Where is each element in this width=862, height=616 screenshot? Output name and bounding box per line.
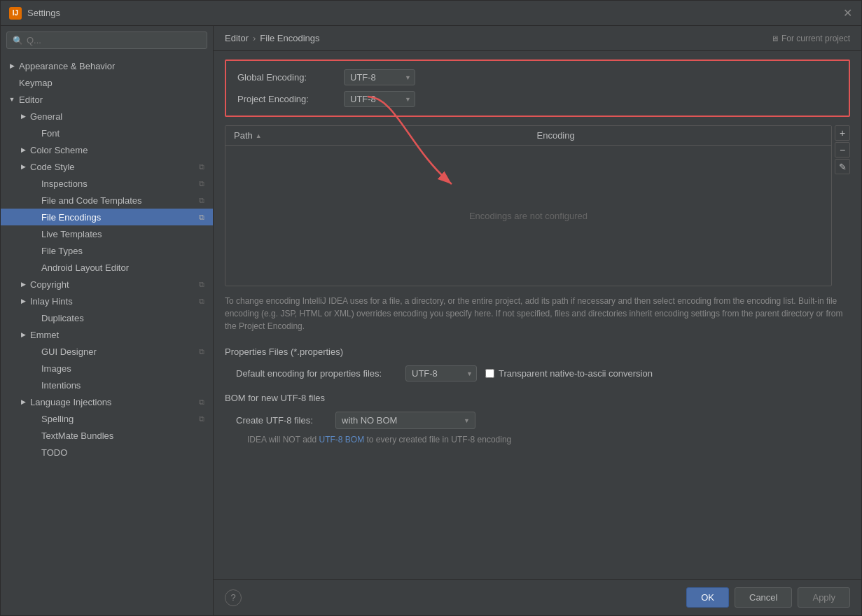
collapse-arrow — [18, 111, 29, 122]
project-encoding-select-wrapper: UTF-8 UTF-16 ISO-8859-1 — [344, 91, 415, 107]
sidebar-item-textmate[interactable]: TextMate Bundles — [1, 427, 213, 444]
properties-encoding-row: Default encoding for properties files: U… — [225, 363, 850, 384]
sidebar-item-label: Live Templates — [41, 229, 102, 239]
bom-select-wrapper: with NO BOM with BOM with BOM (Windows) — [335, 412, 475, 429]
search-icon: 🔍 — [13, 36, 23, 46]
sidebar-item-code-style[interactable]: Code Style ⧉ — [1, 158, 213, 175]
bottom-bar: ? OK Cancel Apply — [214, 579, 861, 615]
sidebar: 🔍 Appearance & Behavior Keymap Editor — [1, 26, 214, 615]
copy-icon: ⧉ — [199, 280, 204, 289]
transparent-checkbox-label[interactable]: Transparent native-to-ascii conversion — [485, 368, 653, 379]
sidebar-item-live-templates[interactable]: Live Templates — [1, 225, 213, 242]
sidebar-item-duplicates[interactable]: Duplicates — [1, 309, 213, 326]
bom-section: BOM for new UTF-8 files Create UTF-8 fil… — [214, 387, 861, 453]
global-encoding-row: Global Encoding: UTF-8 UTF-16 ISO-8859-1 — [237, 69, 837, 85]
path-column-header[interactable]: Path ▲ — [225, 126, 529, 145]
breadcrumb-separator: › — [253, 33, 256, 43]
properties-section-title: Properties Files (*.properties) — [225, 346, 850, 357]
copy-icon: ⧉ — [199, 179, 204, 188]
transparent-checkbox[interactable] — [485, 369, 494, 378]
sidebar-item-spelling[interactable]: Spelling ⧉ — [1, 410, 213, 427]
sidebar-item-keymap[interactable]: Keymap — [1, 74, 213, 91]
sidebar-item-todo[interactable]: TODO — [1, 444, 213, 461]
sidebar-item-copyright[interactable]: Copyright ⧉ — [1, 276, 213, 293]
table-section: Path ▲ Encoding Encodings are not config… — [225, 125, 850, 286]
project-encoding-select[interactable]: UTF-8 UTF-16 ISO-8859-1 — [344, 91, 415, 107]
bom-row: Create UTF-8 files: with NO BOM with BOM… — [225, 409, 850, 432]
sidebar-item-file-types[interactable]: File Types — [1, 242, 213, 259]
bom-info-text: IDEA will NOT add UTF-8 BOM to every cre… — [225, 432, 850, 447]
sidebar-item-gui-designer[interactable]: GUI Designer ⧉ — [1, 343, 213, 360]
search-box[interactable]: 🔍 — [6, 31, 207, 49]
sidebar-item-label: File Encodings — [41, 212, 101, 223]
collapse-arrow — [6, 60, 18, 71]
sidebar-item-label: Android Layout Editor — [41, 262, 129, 273]
search-input[interactable] — [27, 35, 201, 46]
sidebar-item-label: Inspections — [41, 178, 88, 189]
sidebar-item-images[interactable]: Images — [1, 360, 213, 377]
project-encoding-label: Project Encoding: — [237, 94, 335, 104]
global-encoding-label: Global Encoding: — [237, 72, 335, 83]
panel-content: Global Encoding: UTF-8 UTF-16 ISO-8859-1… — [214, 51, 861, 579]
sidebar-item-file-code-templates[interactable]: File and Code Templates ⧉ — [1, 192, 213, 209]
global-encoding-select-wrapper: UTF-8 UTF-16 ISO-8859-1 — [344, 69, 415, 85]
sidebar-item-label: Images — [41, 363, 71, 374]
project-scope-label: 🖥 For current project — [771, 34, 850, 43]
table-header: Path ▲ Encoding — [225, 126, 831, 146]
bom-create-label: Create UTF-8 files: — [236, 415, 327, 426]
remove-encoding-button[interactable]: − — [835, 142, 850, 158]
sidebar-item-label: Emmet — [30, 330, 59, 340]
info-text: To change encoding IntelliJ IDEA uses fo… — [214, 286, 861, 341]
add-encoding-button[interactable]: + — [835, 125, 850, 141]
help-button[interactable]: ? — [225, 589, 242, 606]
breadcrumb-bar: Editor › File Encodings 🖥 For current pr… — [214, 26, 861, 51]
sidebar-item-label: Spelling — [41, 414, 74, 424]
right-panel: Editor › File Encodings 🖥 For current pr… — [214, 26, 861, 615]
sidebar-item-emmet[interactable]: Emmet — [1, 326, 213, 343]
sidebar-item-label: Duplicates — [41, 313, 84, 323]
collapse-arrow — [18, 279, 29, 290]
app-icon: IJ — [9, 7, 22, 20]
bom-select[interactable]: with NO BOM with BOM with BOM (Windows) — [335, 412, 475, 429]
table-inner: Path ▲ Encoding Encodings are not config… — [225, 125, 832, 286]
sidebar-item-android-layout[interactable]: Android Layout Editor — [1, 259, 213, 276]
sidebar-item-label: File Types — [41, 246, 83, 256]
encoding-column-header[interactable]: Encoding — [529, 126, 832, 145]
sidebar-item-color-scheme[interactable]: Color Scheme — [1, 141, 213, 158]
global-encoding-select[interactable]: UTF-8 UTF-16 ISO-8859-1 — [344, 69, 415, 85]
sidebar-item-file-encodings[interactable]: File Encodings ⧉ — [1, 209, 213, 225]
sidebar-item-appearance[interactable]: Appearance & Behavior — [1, 57, 213, 74]
project-icon: 🖥 — [771, 34, 779, 43]
sidebar-item-editor[interactable]: Editor — [1, 91, 213, 108]
title-bar: IJ Settings ✕ — [1, 1, 861, 26]
copy-icon: ⧉ — [199, 196, 204, 205]
sidebar-item-label: TODO — [41, 447, 67, 458]
close-button[interactable]: ✕ — [842, 8, 853, 19]
collapse-arrow — [18, 161, 29, 172]
sidebar-item-language-injections[interactable]: Language Injections ⧉ — [1, 393, 213, 410]
sidebar-item-label: Editor — [19, 94, 43, 105]
sidebar-item-inlay-hints[interactable]: Inlay Hints ⧉ — [1, 293, 213, 309]
sidebar-item-label: Language Injections — [30, 397, 111, 407]
sidebar-item-label: Intentions — [41, 380, 81, 391]
breadcrumb-parent: Editor — [225, 33, 249, 43]
properties-section: Properties Files (*.properties) Default … — [214, 341, 861, 387]
encoding-section-wrapper: Global Encoding: UTF-8 UTF-16 ISO-8859-1… — [214, 51, 861, 125]
sidebar-item-intentions[interactable]: Intentions — [1, 377, 213, 393]
table-body: Encodings are not configured — [225, 146, 831, 286]
sidebar-item-label: Appearance & Behavior — [19, 61, 115, 71]
sidebar-item-label: Code Style — [30, 162, 75, 172]
sidebar-item-general[interactable]: General — [1, 108, 213, 125]
sidebar-item-font[interactable]: Font — [1, 125, 213, 141]
edit-encoding-button[interactable]: ✎ — [835, 159, 850, 174]
ok-button[interactable]: OK — [686, 587, 729, 608]
sidebar-item-label: General — [30, 111, 62, 122]
copy-icon: ⧉ — [199, 347, 204, 356]
bom-section-title: BOM for new UTF-8 files — [225, 393, 850, 403]
sidebar-item-inspections[interactable]: Inspections ⧉ — [1, 175, 213, 192]
apply-button[interactable]: Apply — [798, 587, 850, 608]
cancel-button[interactable]: Cancel — [735, 587, 792, 608]
table-empty-message: Encodings are not configured — [469, 211, 588, 221]
props-encoding-select[interactable]: UTF-8 UTF-16 ISO-8859-1 — [405, 365, 477, 382]
main-content: 🔍 Appearance & Behavior Keymap Editor — [1, 26, 861, 615]
